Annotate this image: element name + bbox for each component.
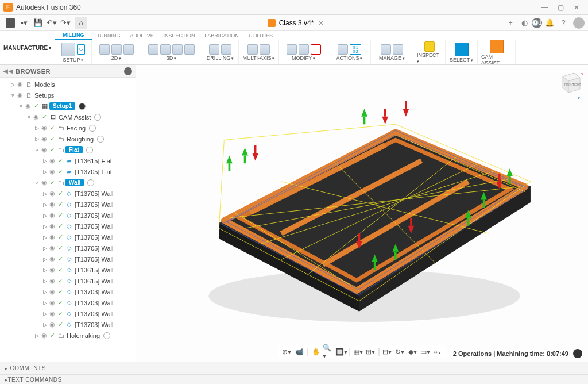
lookAt-icon[interactable]: 📹 — [293, 347, 305, 357]
svg-marker-38 — [382, 117, 388, 125]
viewcube[interactable]: FRONT RIGHT x z — [557, 70, 583, 96]
tree-wall-op[interactable]: ▷◉✓◇[T13705] Wall — [0, 243, 136, 254]
extend-icon[interactable]: ⟐▾ — [432, 347, 443, 357]
group-multiaxis[interactable]: MULTI-AXIS — [239, 40, 279, 64]
group-setup[interactable]: G SETUP — [55, 40, 92, 64]
file-menu[interactable]: ▪▾ — [17, 17, 31, 29]
undo-button[interactable]: ↶▾ — [45, 17, 59, 29]
tree-setup1[interactable]: ▿◉✓▦Setup1 — [0, 101, 136, 112]
shade-icon[interactable]: ◆▾ — [407, 347, 418, 357]
expand-icon[interactable]: ▸ — [5, 366, 8, 371]
viewport-icon[interactable]: ⊟▾ — [381, 347, 393, 357]
close-tab-icon[interactable]: ✕ — [318, 19, 324, 27]
text-commands-bar[interactable]: ▸ TEXT COMMANDS — [0, 374, 588, 384]
tree-flat-op[interactable]: ▷◉✓▰[T13705] Flat — [0, 166, 136, 177]
svg-marker-40 — [403, 109, 409, 117]
new-tab-button[interactable]: + — [504, 17, 517, 29]
group-select[interactable]: SELECT — [446, 40, 478, 64]
group-2d[interactable]: 2D — [92, 40, 141, 64]
inspect-label: INSPECT — [417, 52, 442, 64]
svg-rect-45 — [410, 218, 412, 226]
model-view — [165, 88, 554, 327]
fit-icon[interactable]: 🔲▾ — [335, 347, 347, 357]
comments-bar[interactable]: ▸ COMMENTS — [0, 362, 588, 374]
navigation-bar: ⊕▾ 📹 ✋ 🔍▾ 🔲▾ ▦▾ ⊞▾ ⊟▾ ↻▾ ◆▾ ▭▾ ⟐▾ — [277, 345, 447, 358]
notifications-icon[interactable]: 🔔 — [543, 17, 556, 29]
tree-wall-op[interactable]: ▷◉✓◇[T13705] Wall — [0, 210, 136, 221]
svg-marker-22 — [242, 148, 248, 156]
redo-button[interactable]: ↷▾ — [59, 17, 72, 29]
group-drilling[interactable]: DRILLING — [202, 40, 239, 64]
home-button[interactable]: ⌂ — [75, 17, 87, 29]
orbit-icon[interactable]: ⊕▾ — [281, 347, 292, 357]
tree-wall[interactable]: ▿◉✓🗀Wall — [0, 177, 136, 188]
tab-utilities[interactable]: UTILITIES — [243, 31, 278, 40]
svg-rect-21 — [229, 163, 231, 171]
browser-settings-icon[interactable] — [124, 67, 132, 75]
actions-label: ACTIONS — [336, 55, 363, 61]
minimize-button[interactable]: — — [536, 2, 552, 13]
tree-wall-op[interactable]: ▷◉✓◇[T13705] Wall — [0, 221, 136, 232]
save-button[interactable]: 💾 — [31, 17, 45, 29]
svg-rect-23 — [244, 156, 246, 164]
tab-inspection[interactable]: INSPECTION — [158, 31, 200, 40]
svg-rect-33 — [374, 262, 376, 270]
tree-wall-op[interactable]: ▷◉✓◇[T13703] Wall — [0, 319, 136, 330]
tree-wall-op[interactable]: ▷◉✓◇[T13703] Wall — [0, 308, 136, 319]
svg-rect-37 — [254, 145, 257, 153]
extensions-icon[interactable]: ◐ — [518, 17, 531, 29]
multiaxis-label: MULTI-AXIS — [243, 55, 275, 61]
group-modify[interactable]: MODIFY — [279, 40, 328, 64]
tree-wall-op[interactable]: ▷◉✓◇[T13703] Wall — [0, 286, 136, 297]
group-camassist[interactable]: CAM ASSIST — [478, 40, 516, 64]
tab-turning[interactable]: TURNING — [92, 31, 125, 40]
tree-wall-op[interactable]: ▷◉✓◇[T13705] Wall — [0, 232, 136, 243]
ribbon: MANUFACTURE MILLING TURNING ADDITIVE INS… — [0, 31, 588, 65]
tree-holemaking[interactable]: ▷◉✓🗀Holemaking — [0, 330, 136, 341]
clip-icon[interactable]: ▭▾ — [419, 347, 431, 357]
workspace-switcher[interactable]: MANUFACTURE — [0, 31, 55, 64]
svg-marker-20 — [226, 156, 233, 164]
user-avatar[interactable] — [573, 17, 585, 29]
grid-icon[interactable]: ⊞▾ — [365, 347, 376, 357]
pan-icon[interactable]: ✋ — [310, 347, 322, 357]
tab-milling[interactable]: MILLING — [55, 31, 92, 40]
browser-collapse-icon[interactable]: ◀◀ — [3, 68, 13, 74]
tree-wall-op[interactable]: ▷◉✓◇[T13615] Wall — [0, 264, 136, 275]
tree-wall-op[interactable]: ▷◉✓◇[T13705] Wall — [0, 199, 136, 210]
tree-setups[interactable]: ▿◉🗋Setups — [0, 90, 136, 101]
tree-facing[interactable]: ▷◉✓🗀Facing — [0, 122, 136, 133]
tree-wall-op[interactable]: ▷◉✓◇[T13705] Wall — [0, 254, 136, 264]
browser-header[interactable]: ◀◀ BROWSER — [0, 65, 136, 78]
tree-wall-op[interactable]: ▷◉✓◇[T13705] Wall — [0, 188, 136, 199]
tab-fabrication[interactable]: FABRICATION — [200, 31, 243, 40]
job-status-icon[interactable]: 🕐1 — [532, 18, 542, 28]
tree-roughing[interactable]: ▷◉✓🗀Roughing — [0, 133, 136, 144]
svg-text:x: x — [581, 71, 583, 76]
svg-rect-41 — [405, 101, 407, 109]
status-icon[interactable] — [573, 349, 582, 358]
tree-camassist[interactable]: ▿◉✓⊡CAM Assist — [0, 112, 136, 122]
tree-flat-op[interactable]: ▷◉✓▰[T13615] Flat — [0, 155, 136, 166]
svg-rect-31 — [509, 176, 511, 185]
viewport-canvas[interactable]: FRONT RIGHT x z ⊕▾ 📹 ✋ 🔍▾ 🔲▾ ▦▾ ⊞▾ ⊟▾ ↻▾… — [136, 65, 588, 362]
tree-flat[interactable]: ▿◉✓🗀Flat — [0, 144, 136, 155]
refresh-icon[interactable]: ↻▾ — [394, 347, 405, 357]
tree-models[interactable]: ▷◉🗋Models — [0, 79, 136, 90]
maximize-button[interactable]: ▢ — [552, 2, 568, 13]
browser-title: BROWSER — [16, 68, 51, 75]
group-actions[interactable]: G1G2 ACTIONS — [328, 40, 371, 64]
modify-label: MODIFY — [292, 55, 315, 61]
group-inspect[interactable]: INSPECT — [413, 40, 446, 64]
document-tab[interactable]: Class 3 v4* ✕ — [87, 19, 504, 27]
close-button[interactable]: ✕ — [568, 2, 585, 13]
display-icon[interactable]: ▦▾ — [352, 347, 363, 357]
help-icon[interactable]: ? — [557, 17, 570, 29]
group-3d[interactable]: 3D — [141, 40, 202, 64]
tree-wall-op[interactable]: ▷◉✓◇[T13615] Wall — [0, 275, 136, 286]
tab-additive[interactable]: ADDITIVE — [125, 31, 158, 40]
zoom-icon[interactable]: 🔍▾ — [323, 347, 334, 357]
app-grid-icon[interactable] — [3, 17, 17, 29]
group-manage[interactable]: MANAGE — [371, 40, 413, 64]
tree-wall-op[interactable]: ▷◉✓◇[T13703] Wall — [0, 297, 136, 308]
